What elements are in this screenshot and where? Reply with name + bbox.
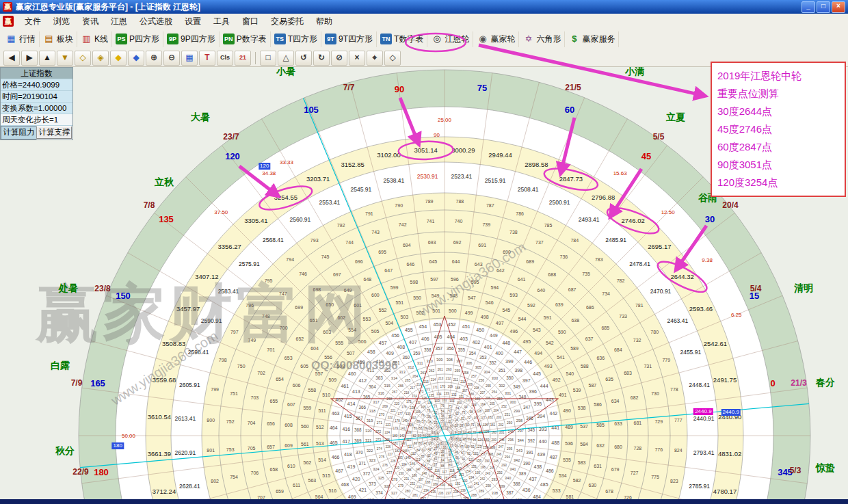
svg-text:322: 322 [367,449,373,453]
svg-text:147: 147 [416,468,421,471]
svg-text:557: 557 [315,371,323,376]
svg-text:33.33: 33.33 [280,159,294,165]
toolbar-button-T数字表[interactable]: TNT数字表 [377,31,427,47]
menu-公式选股[interactable]: 公式选股 [133,14,178,29]
svg-text:212: 212 [446,377,451,380]
svg-text:87: 87 [434,463,438,466]
svg-text:543: 543 [533,328,541,332]
close-button[interactable]: × [832,1,845,13]
svg-text:564: 564 [315,494,323,499]
maximize-button[interactable]: □ [817,1,830,13]
svg-text:609: 609 [284,443,293,448]
button-计算阻力[interactable]: 计算阻力 [1,126,36,140]
toolbar-button-P四方形[interactable]: PSP四方形 [112,31,163,47]
diamond-outline-button[interactable]: ◇ [75,51,91,66]
menu-江恩[interactable]: 江恩 [105,14,133,29]
svg-text:439: 439 [537,452,545,457]
svg-text:558: 558 [308,388,317,393]
svg-text:186: 186 [412,474,417,477]
svg-text:452: 452 [448,322,456,327]
toolbar-button-板块[interactable]: ▤板块 [40,31,77,47]
svg-text:238: 238 [453,490,459,494]
toolbar-button-T四方形[interactable]: TST四方形 [271,31,321,47]
svg-text:496: 496 [510,329,518,334]
cls-button[interactable]: Cls [217,51,233,66]
menu-设置[interactable]: 设置 [178,14,207,29]
polygon-button[interactable]: ◇ [384,51,401,66]
filter-button[interactable]: ▼ [57,51,73,66]
forward-button[interactable]: ▶ [21,51,38,66]
svg-text:3712.24: 3712.24 [153,488,176,495]
zoom-in-button[interactable]: ⊕ [146,51,162,66]
diamond-blue-button[interactable]: ◆ [128,51,144,66]
rotate-left-button[interactable]: ↺ [295,51,312,66]
grid-button[interactable]: ▦ [181,51,198,66]
toolbar-button-9P四方形[interactable]: 9P9P四方形 [163,31,220,47]
info-row: 变换系数=1.00000 [1,102,72,114]
rotate-right-button[interactable]: ↻ [313,51,330,66]
pointer-up-button[interactable]: ▲ [39,51,55,66]
svg-text:584: 584 [580,442,588,447]
svg-text:792: 792 [337,223,345,228]
svg-text:449: 449 [490,333,498,338]
svg-text:464: 464 [330,425,338,430]
menu-交易委托[interactable]: 交易委托 [265,14,310,29]
menu-浏览[interactable]: 浏览 [47,14,76,29]
svg-text:234: 234 [423,489,429,492]
toolbar-button-赢家轮[interactable]: ◉赢家轮 [473,31,519,47]
menu-工具[interactable]: 工具 [207,14,236,29]
diamond-solid-button[interactable]: ◆ [110,51,127,66]
menu-资讯[interactable]: 资讯 [76,14,105,29]
circle-slash-button[interactable]: ⊘ [331,51,347,66]
button-计算支撑[interactable]: 计算支撑 [36,126,72,140]
svg-text:21: 21 [449,420,453,423]
svg-text:2508.41: 2508.41 [518,186,539,193]
svg-text:29: 29 [449,449,453,453]
draw-rect-button[interactable]: □ [260,51,276,66]
svg-text:97: 97 [474,416,478,420]
svg-text:457: 457 [379,341,387,345]
toolbar-button-K线[interactable]: ▥K线 [77,31,112,47]
svg-text:547: 547 [468,295,476,300]
svg-text:122: 122 [473,452,479,455]
zoom-out-button[interactable]: ⊖ [163,51,180,66]
svg-text:313: 313 [399,370,405,374]
svg-text:85: 85 [421,455,425,458]
diamond-half-button[interactable]: ◈ [92,51,109,66]
toolbar-button-行情[interactable]: ▦行情 [2,31,40,47]
svg-text:493: 493 [544,364,553,369]
crosshair-button[interactable]: ⌖ [367,51,383,66]
svg-text:271: 271 [377,421,382,425]
svg-text:503: 503 [400,315,408,319]
svg-text:171: 171 [432,386,438,389]
draw-triangle-button[interactable]: △ [278,51,294,66]
date-label-7/8: 7/8 [144,200,155,210]
svg-text:127: 127 [480,416,486,419]
toolbar-button-六角形[interactable]: ✡六角形 [519,31,565,47]
toolbar-button-P数字表[interactable]: PNP数字表 [220,31,271,47]
svg-text:492: 492 [553,377,561,382]
svg-text:316: 316 [378,391,384,395]
t-up-button[interactable]: T [199,51,215,66]
svg-text:734: 734 [602,291,610,296]
svg-text:650: 650 [326,302,334,307]
svg-text:183: 183 [397,456,403,460]
menu-文件[interactable]: 文件 [18,14,47,29]
menu-帮助[interactable]: 帮助 [310,14,339,29]
svg-text:390: 390 [523,461,531,466]
minimize-button[interactable]: _ [801,1,815,13]
toolbar-label: 9T四方形 [339,34,373,45]
back-button[interactable]: ◀ [3,51,20,66]
svg-text:402: 402 [472,340,480,345]
calendar-21-button[interactable]: 21 [235,51,251,66]
menu-窗口[interactable]: 窗口 [236,14,265,29]
delete-button[interactable]: × [349,51,365,66]
svg-text:611: 611 [293,483,300,488]
svg-text:90: 90 [434,132,440,138]
svg-text:588: 588 [581,364,589,369]
svg-text:31: 31 [458,438,462,442]
svg-text:123: 123 [476,445,481,449]
toolbar-button-江恩轮[interactable]: ◎江恩轮 [427,31,473,47]
toolbar-button-9T四方形[interactable]: 9T9T四方形 [321,31,377,47]
toolbar-button-赢家服务[interactable]: $赢家服务 [565,31,619,47]
